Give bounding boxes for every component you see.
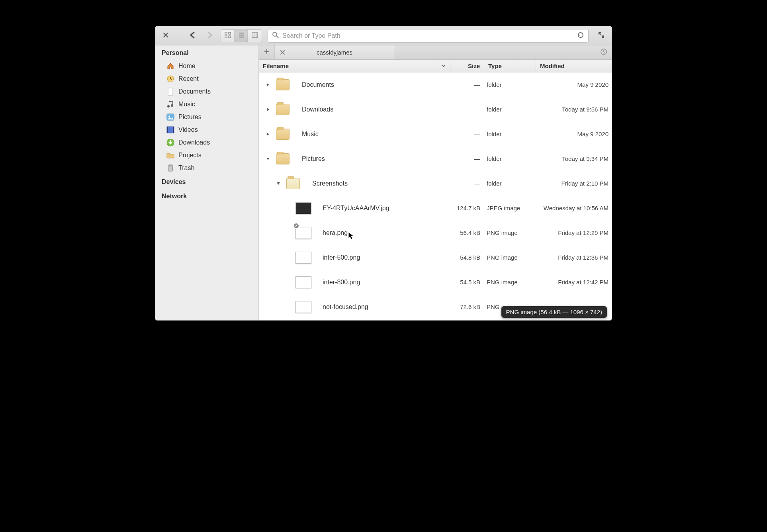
view-list-button[interactable] xyxy=(235,30,248,42)
column-header-filename[interactable]: Filename xyxy=(259,60,450,72)
disclosure-triangle-icon[interactable] xyxy=(275,180,282,187)
svg-point-16 xyxy=(168,115,170,117)
column-header-modified[interactable]: Modified xyxy=(536,60,612,72)
sidebar-item-music[interactable]: Music xyxy=(155,98,258,111)
svg-rect-19 xyxy=(173,127,174,133)
tab-close-button[interactable] xyxy=(280,49,285,56)
sidebar-item-label: Home xyxy=(178,63,196,70)
search-icon xyxy=(272,31,279,40)
file-size-label: — xyxy=(450,180,484,187)
svg-rect-2 xyxy=(225,36,227,38)
file-list[interactable]: Documents—folderMay 9 2020Downloads—fold… xyxy=(259,72,612,320)
file-type-label: PNG image xyxy=(484,229,536,236)
disclosure-triangle-icon xyxy=(285,254,292,261)
image-thumbnail-icon xyxy=(295,200,311,216)
file-row[interactable]: Documents—folderMay 9 2020 xyxy=(259,72,612,97)
file-row[interactable]: Screenshots—folderFriday at 2:10 PM xyxy=(259,171,612,196)
file-size-label: 56.4 kB xyxy=(450,229,484,236)
close-icon xyxy=(163,32,168,39)
history-icon xyxy=(600,48,607,57)
sidebar-item-home[interactable]: Home xyxy=(155,60,258,72)
file-modified-label: May 9 2020 xyxy=(536,81,612,88)
disclosure-triangle-icon xyxy=(285,303,292,311)
document-icon xyxy=(166,88,174,96)
file-type-label: PNG image xyxy=(484,254,536,261)
sidebar-item-documents[interactable]: Documents xyxy=(155,85,258,98)
disclosure-triangle-icon[interactable] xyxy=(264,106,272,113)
file-name-label: Music xyxy=(302,131,319,138)
sidebar-item-trash[interactable]: Trash xyxy=(155,162,258,174)
file-size-label: — xyxy=(450,131,484,137)
sidebar-item-projects[interactable]: Projects xyxy=(155,149,258,162)
folder-icon xyxy=(275,77,291,93)
plus-icon xyxy=(264,49,270,56)
file-name-label: Pictures xyxy=(302,155,325,162)
toolbar xyxy=(155,26,612,45)
folder-icon xyxy=(166,151,174,159)
file-name-label: hera.png xyxy=(323,229,348,237)
disclosure-triangle-icon[interactable] xyxy=(264,155,272,162)
trash-icon xyxy=(166,164,174,172)
file-name-label: Screenshots xyxy=(312,180,348,187)
file-row[interactable]: Pictures—folderToday at 9:34 PM xyxy=(259,147,612,171)
folder-icon xyxy=(275,151,291,167)
refresh-icon[interactable] xyxy=(577,31,584,40)
file-type-label: folder xyxy=(484,180,536,187)
file-size-label: — xyxy=(450,155,484,162)
main-pane: cassidyjames Filename Size Type xyxy=(259,45,612,320)
file-name-label: not-focused.png xyxy=(323,303,368,311)
music-icon xyxy=(166,100,174,108)
folder-icon xyxy=(275,126,291,142)
expand-icon xyxy=(598,32,605,39)
svg-line-11 xyxy=(276,36,278,38)
new-tab-button[interactable] xyxy=(259,45,275,59)
column-header-size[interactable]: Size xyxy=(450,60,484,72)
file-type-label: folder xyxy=(484,155,536,162)
file-modified-label: Today at 9:34 PM xyxy=(536,155,612,162)
file-type-label: PNG image xyxy=(484,279,536,286)
svg-rect-18 xyxy=(167,127,168,133)
image-thumbnail-icon xyxy=(295,274,311,290)
search-input[interactable] xyxy=(282,32,574,39)
sidebar-item-pictures[interactable]: Pictures xyxy=(155,111,258,123)
close-button[interactable] xyxy=(158,29,173,42)
tab-active[interactable]: cassidyjames xyxy=(275,45,394,59)
sidebar-item-videos[interactable]: Videos xyxy=(155,123,258,136)
file-row[interactable]: ✓hera.png56.4 kBPNG imageFriday at 12:29… xyxy=(259,221,612,245)
file-name-label: Downloads xyxy=(302,106,333,113)
arrow-left-icon xyxy=(188,31,197,41)
svg-rect-7 xyxy=(252,33,258,37)
grid-icon xyxy=(225,32,231,39)
view-columns-button[interactable] xyxy=(248,30,262,42)
file-row[interactable]: Downloads—folderToday at 9:56 PM xyxy=(259,97,612,122)
column-header-type[interactable]: Type xyxy=(484,60,536,72)
sidebar-section-header: Devices xyxy=(155,174,258,189)
recent-icon xyxy=(166,75,174,83)
tab-strip: cassidyjames xyxy=(259,45,612,60)
disclosure-triangle-icon[interactable] xyxy=(264,131,272,138)
sidebar-item-recent[interactable]: Recent xyxy=(155,72,258,85)
sidebar-item-label: Pictures xyxy=(178,113,202,121)
maximize-button[interactable] xyxy=(594,29,609,42)
view-grid-button[interactable] xyxy=(221,30,235,42)
disclosure-triangle-icon[interactable] xyxy=(264,81,272,88)
file-size-label: — xyxy=(450,106,484,113)
file-name-label: Documents xyxy=(302,81,334,88)
path-search-bar[interactable] xyxy=(268,29,589,43)
sidebar-item-downloads[interactable]: Downloads xyxy=(155,136,258,149)
svg-rect-21 xyxy=(168,165,173,166)
file-row[interactable]: inter-500.png54.8 kBPNG imageFriday at 1… xyxy=(259,245,612,270)
nav-back-button[interactable] xyxy=(186,29,200,42)
svg-rect-1 xyxy=(229,32,231,34)
file-modified-label: Friday at 12:29 PM xyxy=(536,229,612,236)
history-button[interactable] xyxy=(596,45,612,59)
file-manager-window: PersonalHomeRecentDocumentsMusicPictures… xyxy=(155,26,612,321)
file-type-label: JPEG image xyxy=(484,205,536,211)
svg-rect-3 xyxy=(229,36,231,38)
file-row[interactable]: EY-4RTyUcAAArMV.jpg124.7 kBJPEG imageWed… xyxy=(259,196,612,221)
nav-forward-button[interactable] xyxy=(202,29,217,42)
file-row[interactable]: inter-800.png54.5 kBPNG imageFriday at 1… xyxy=(259,270,612,295)
file-modified-label: Friday at 12:42 PM xyxy=(536,279,612,286)
file-row[interactable]: Music—folderMay 9 2020 xyxy=(259,122,612,147)
svg-rect-0 xyxy=(225,32,227,34)
